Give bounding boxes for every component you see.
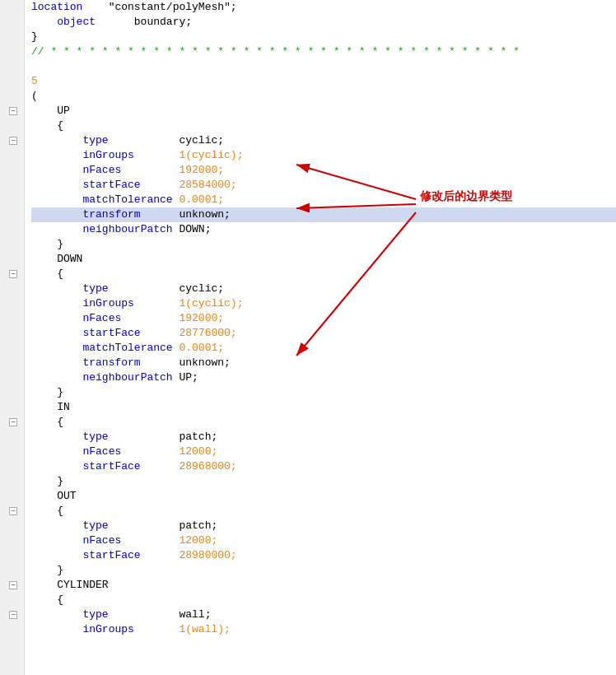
- code-token: startFace: [82, 178, 140, 193]
- code-line: {: [31, 119, 616, 133]
- gutter-line: [0, 0, 21, 15]
- gutter-line: [0, 89, 21, 104]
- code-line: inGroups 1(cyclic);: [31, 296, 616, 311]
- code-token: [173, 341, 180, 356]
- code-token: nFaces: [82, 163, 121, 178]
- code-line: inGroups 1(cyclic);: [31, 148, 616, 163]
- code-token: {: [57, 504, 63, 519]
- code-token: UP;: [173, 370, 198, 385]
- editor-container: −−−−−−− location "constant/polyMesh"; ob…: [0, 0, 616, 675]
- code-token: 28968000;: [179, 459, 236, 474]
- code-token: 12000;: [179, 533, 217, 548]
- code-line: location "constant/polyMesh";: [31, 0, 616, 15]
- code-token: 28980000;: [179, 548, 236, 563]
- code-line: UP: [31, 104, 616, 119]
- gutter-line: [0, 385, 21, 400]
- gutter-line: [0, 519, 21, 533]
- code-token: matchTolerance: [82, 193, 172, 207]
- code-token: inGroups: [82, 296, 133, 311]
- fold-icon[interactable]: −: [9, 507, 17, 515]
- gutter-line: −: [0, 133, 21, 148]
- code-token: 1(cyclic);: [179, 148, 243, 163]
- fold-icon[interactable]: −: [9, 581, 17, 589]
- code-token: 5: [31, 74, 38, 89]
- code-token: [121, 533, 179, 548]
- code-token: wall;: [109, 608, 212, 622]
- gutter-line: [0, 252, 21, 267]
- gutter-line: −: [0, 504, 21, 519]
- gutter-line: [0, 445, 21, 459]
- code-line: inGroups 1(wall);: [31, 622, 616, 637]
- code-token: UP: [57, 104, 70, 119]
- gutter-line: [0, 370, 21, 385]
- code-line: object boundary;: [31, 15, 616, 30]
- fold-icon[interactable]: −: [9, 270, 17, 278]
- code-line: }: [31, 385, 616, 400]
- gutter-line: [0, 44, 21, 59]
- code-token: {: [57, 119, 63, 133]
- code-line: neighbourPatch DOWN;: [31, 222, 616, 237]
- code-token: unknown;: [141, 207, 231, 222]
- code-token: unknown;: [141, 356, 231, 370]
- code-line: nFaces 12000;: [31, 533, 616, 548]
- gutter-line: [0, 237, 21, 252]
- gutter-line: [0, 163, 21, 178]
- code-token: [121, 445, 179, 459]
- code-line: }: [31, 30, 616, 44]
- code-token: {: [57, 267, 63, 282]
- code-token: [141, 548, 180, 563]
- code-line: {: [31, 593, 616, 608]
- gutter-line: [0, 30, 21, 44]
- code-token: type: [82, 282, 108, 296]
- code-line: {: [31, 267, 616, 282]
- code-area: location "constant/polyMesh"; object bou…: [25, 0, 616, 675]
- code-token: [141, 326, 180, 341]
- code-token: boundary;: [96, 15, 192, 30]
- code-token: }: [57, 237, 63, 252]
- code-token: // * * * * * * * * * * * * * * * * * * *…: [31, 44, 520, 59]
- code-token: location: [31, 0, 82, 15]
- code-line: }: [31, 237, 616, 252]
- code-token: inGroups: [82, 622, 133, 637]
- code-token: {: [57, 593, 63, 608]
- fold-icon[interactable]: −: [9, 418, 17, 426]
- code-token: }: [57, 385, 63, 400]
- fold-icon[interactable]: −: [9, 107, 17, 115]
- code-token: }: [57, 563, 63, 578]
- code-token: 28584000;: [179, 178, 236, 193]
- code-token: (: [31, 89, 38, 104]
- code-token: 1(cyclic);: [179, 296, 243, 311]
- gutter-line: [0, 207, 21, 222]
- code-line: }: [31, 563, 616, 578]
- code-line: type cyclic;: [31, 133, 616, 148]
- code-token: type: [82, 608, 108, 622]
- code-token: OUT: [57, 489, 76, 504]
- code-token: [121, 311, 179, 326]
- code-token: {: [57, 415, 63, 430]
- gutter-line: −: [0, 415, 21, 430]
- code-token: startFace: [82, 326, 140, 341]
- gutter-line: [0, 148, 21, 163]
- code-line: nFaces 12000;: [31, 445, 616, 459]
- code-token: patch;: [109, 519, 218, 533]
- code-token: cyclic;: [109, 133, 224, 148]
- gutter-line: [0, 74, 21, 89]
- code-token: 192000;: [179, 163, 224, 178]
- gutter-line: [0, 222, 21, 237]
- code-line: nFaces 192000;: [31, 311, 616, 326]
- gutter-line: [0, 430, 21, 445]
- gutter-line: [0, 282, 21, 296]
- line-gutter: −−−−−−−: [0, 0, 25, 675]
- code-line: transform unknown;: [31, 207, 616, 222]
- code-line: // * * * * * * * * * * * * * * * * * * *…: [31, 44, 616, 59]
- code-line: startFace 28980000;: [31, 548, 616, 563]
- code-token: 12000;: [179, 445, 217, 459]
- code-line: matchTolerance 0.0001;: [31, 341, 616, 356]
- fold-icon[interactable]: −: [9, 611, 17, 619]
- gutter-line: −: [0, 104, 21, 119]
- code-token: type: [82, 133, 108, 148]
- code-token: 192000;: [179, 311, 224, 326]
- code-token: object: [31, 15, 96, 30]
- fold-icon[interactable]: −: [9, 137, 17, 145]
- code-token: 0.0001;: [179, 341, 224, 356]
